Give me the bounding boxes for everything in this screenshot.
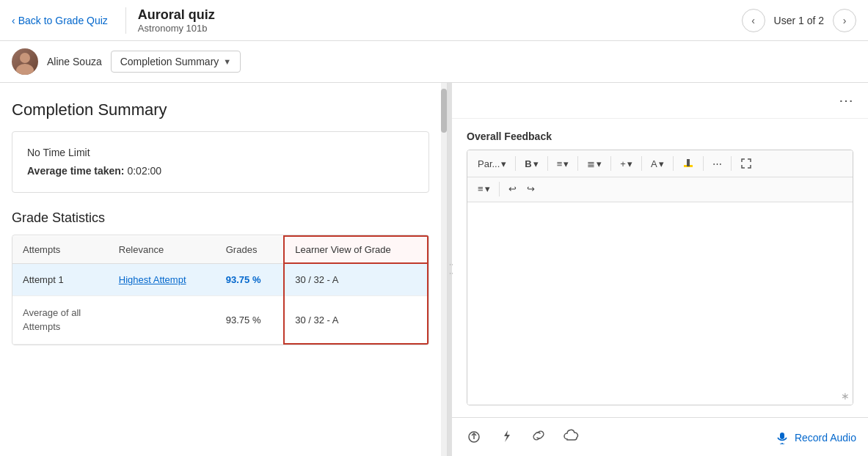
cell-relevance-1: Highest Attempt: [109, 263, 216, 296]
left-panel: Completion Summary No Time Limit Average…: [0, 83, 448, 456]
highest-attempt-link[interactable]: Highest Attempt: [119, 274, 186, 285]
table-header-row: Attempts Relevance Grades Learner View o…: [12, 236, 428, 263]
col-grades: Grades: [216, 236, 285, 263]
cloud-icon: [564, 429, 580, 442]
user-bar: Aline Souza Completion Summary ▼: [0, 41, 868, 83]
paintbrush-icon: [682, 158, 694, 169]
bottom-toolbar: Record Audio: [452, 417, 868, 456]
undo-button[interactable]: ↩: [504, 180, 521, 197]
back-to-grade-quiz-link[interactable]: ‹ Back to Grade Quiz: [12, 15, 108, 26]
quiz-name: Auroral quiz: [138, 7, 215, 23]
average-label: Average of allAttempts: [23, 307, 81, 331]
average-time-value: 0:02:00: [127, 165, 161, 177]
cell-grade-avg: 93.75 %: [216, 296, 285, 344]
col-attempts: Attempts: [12, 236, 109, 263]
chevron-down-icon: ▾: [485, 183, 490, 194]
svg-point-1: [16, 64, 34, 75]
user-name-label: Aline Souza: [47, 56, 102, 67]
fullscreen-button[interactable]: [736, 155, 756, 172]
grade-statistics-table: Attempts Relevance Grades Learner View o…: [12, 235, 429, 345]
cell-grade-1: 93.75 %: [216, 263, 285, 296]
cell-learner-view-1: 30 / 32 - A: [284, 263, 428, 296]
prev-user-button[interactable]: ‹: [742, 9, 765, 32]
separator: [547, 156, 548, 171]
next-user-button[interactable]: ›: [833, 9, 856, 32]
align-button[interactable]: ≡ ▾: [552, 155, 574, 172]
expand-icon: [740, 158, 752, 169]
lightning-icon: [499, 428, 514, 443]
chevron-down-icon: ▾: [627, 158, 632, 169]
cell-learner-view-avg: 30 / 32 - A: [284, 296, 428, 344]
upload-icon: [467, 428, 481, 443]
grade-statistics-title: Grade Statistics: [12, 210, 429, 226]
separator: [499, 182, 500, 196]
bottom-icon-group: [464, 425, 583, 449]
avatar-image: [12, 48, 38, 75]
chevron-down-icon: ▼: [223, 57, 231, 66]
scrollbar-track[interactable]: [441, 83, 447, 456]
back-link-label: Back to Grade Quiz: [18, 15, 108, 26]
separator: [577, 156, 578, 171]
cell-relevance-avg: [109, 296, 216, 344]
chevron-down-icon: ▾: [564, 158, 569, 169]
format-button[interactable]: ≡ ▾: [473, 180, 495, 197]
chevron-down-icon: ▾: [533, 158, 539, 169]
svg-rect-7: [780, 433, 784, 439]
record-audio-label: Record Audio: [795, 432, 856, 444]
chevron-left-icon: ‹: [12, 15, 15, 26]
average-time-text: Average time taken: 0:02:00: [27, 162, 414, 180]
svg-marker-6: [504, 430, 510, 442]
separator: [641, 156, 642, 171]
course-name: Astronomy 101b: [138, 23, 215, 34]
avatar-svg: [12, 48, 38, 75]
completion-summary-title: Completion Summary: [12, 100, 429, 119]
nav-left: ‹ Back to Grade Quiz Auroral quiz Astron…: [12, 7, 215, 34]
view-dropdown-button[interactable]: Completion Summary ▼: [111, 51, 241, 73]
top-nav: ‹ Back to Grade Quiz Auroral quiz Astron…: [0, 0, 868, 41]
bold-button[interactable]: B ▾: [520, 155, 542, 172]
link-icon-button[interactable]: [528, 425, 549, 449]
more-toolbar-button[interactable]: ⋯: [708, 155, 726, 172]
feedback-editor: Par... ▾ B ▾ ≡ ▾ ≣ ▾ + ▾ A ▾: [467, 150, 853, 405]
chevron-down-icon: ▾: [501, 158, 506, 169]
no-time-limit-text: No Time Limit: [27, 144, 414, 162]
right-panel-header: ⋯: [452, 83, 868, 119]
separator: [703, 156, 704, 171]
separator: [673, 156, 674, 171]
learner-grade-value-avg: 30 / 32 - A: [295, 315, 338, 326]
chevron-down-icon: ▾: [659, 158, 664, 169]
nav-right: ‹ User 1 of 2 ›: [742, 9, 856, 32]
dropdown-label: Completion Summary: [120, 56, 219, 67]
highlight-button[interactable]: [678, 155, 699, 172]
chevron-down-icon: ▾: [597, 158, 602, 169]
redo-button[interactable]: ↪: [522, 180, 539, 197]
cloud-icon-button[interactable]: [561, 426, 583, 449]
grade-value-1: 93.75 %: [226, 274, 261, 285]
record-audio-button[interactable]: Record Audio: [776, 431, 856, 444]
separator: [731, 156, 732, 171]
list-button[interactable]: ≣ ▾: [583, 155, 606, 172]
quiz-info: Auroral quiz Astronomy 101b: [125, 7, 215, 34]
cell-attempt-avg: Average of allAttempts: [12, 296, 109, 344]
insert-button[interactable]: + ▾: [616, 155, 637, 172]
font-button[interactable]: A ▾: [646, 155, 668, 172]
user-counter: User 1 of 2: [774, 15, 824, 26]
editor-content-area[interactable]: ∗: [467, 202, 853, 405]
separator: [610, 156, 611, 171]
upload-icon-button[interactable]: [464, 425, 484, 449]
right-panel: ⋯ Overall Feedback Par... ▾ B ▾ ≡ ▾ ≣ ▾ …: [452, 83, 868, 456]
main-content: Completion Summary No Time Limit Average…: [0, 83, 868, 456]
overall-feedback-label: Overall Feedback: [467, 130, 853, 142]
table-row: Attempt 1 Highest Attempt 93.75 % 30 / 3…: [12, 263, 428, 296]
svg-rect-3: [687, 159, 690, 166]
feedback-area: Overall Feedback Par... ▾ B ▾ ≡ ▾ ≣ ▾ + …: [452, 119, 868, 417]
editor-toolbar-row1: Par... ▾ B ▾ ≡ ▾ ≣ ▾ + ▾ A ▾: [467, 150, 853, 177]
lightning-icon-button[interactable]: [496, 425, 517, 449]
more-options-button[interactable]: ⋯: [833, 89, 859, 112]
grade-value-avg: 93.75 %: [226, 315, 261, 326]
paragraph-style-button[interactable]: Par... ▾: [473, 155, 511, 172]
scrollbar-thumb[interactable]: [441, 89, 447, 133]
microphone-icon: [776, 431, 789, 444]
time-info-card: No Time Limit Average time taken: 0:02:0…: [12, 131, 429, 193]
separator: [515, 156, 516, 171]
